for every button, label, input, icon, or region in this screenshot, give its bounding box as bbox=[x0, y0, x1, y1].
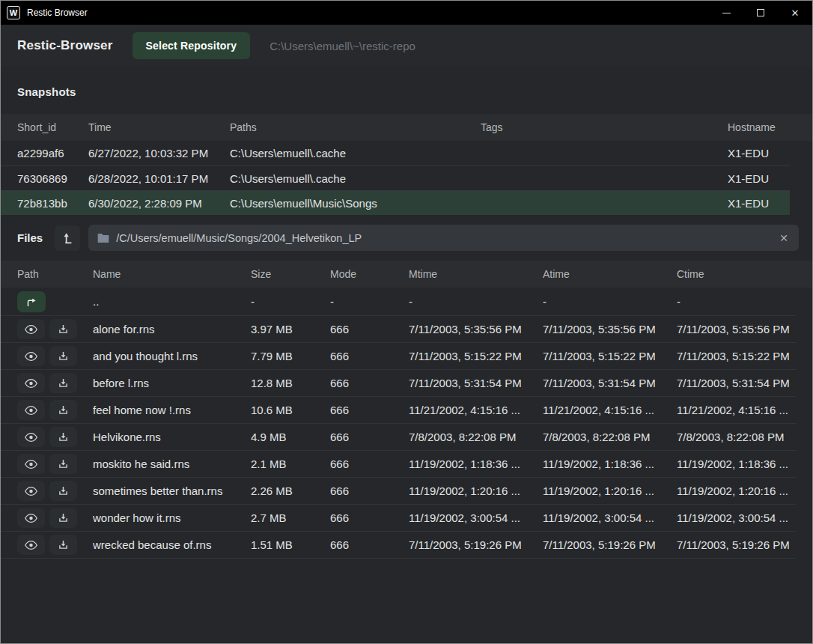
preview-file-button[interactable] bbox=[17, 535, 45, 555]
col-tags: Tags bbox=[481, 121, 728, 133]
snapshot-row[interactable]: 76306869 6/28/2022, 10:01:17 PM C:\Users… bbox=[1, 165, 790, 190]
preview-file-button[interactable] bbox=[17, 319, 45, 339]
col-name: Name bbox=[93, 268, 251, 280]
download-icon bbox=[58, 485, 69, 496]
download-file-button[interactable] bbox=[49, 373, 77, 393]
file-size: 4.9 MB bbox=[251, 431, 330, 443]
preview-file-button[interactable] bbox=[17, 373, 45, 393]
download-file-button[interactable] bbox=[49, 454, 77, 474]
file-mtime: 7/11/2003, 5:15:22 PM bbox=[409, 350, 543, 362]
go-to-root-button[interactable] bbox=[55, 225, 80, 251]
file-name: feel home now !.rns bbox=[93, 404, 251, 416]
wails-logo-icon: W bbox=[7, 6, 20, 19]
eye-icon bbox=[25, 432, 37, 443]
file-name: wonder how it.rns bbox=[93, 511, 251, 524]
folder-icon bbox=[97, 233, 109, 243]
col-atime: Atime bbox=[543, 268, 677, 280]
snapshot-row[interactable]: 72b813bb 6/30/2022, 2:28:09 PM C:\Users\… bbox=[1, 190, 790, 215]
preview-file-button[interactable] bbox=[17, 427, 45, 447]
snapshot-hostname: X1-EDU bbox=[728, 172, 790, 185]
close-icon: ✕ bbox=[791, 7, 800, 19]
preview-file-button[interactable] bbox=[17, 508, 45, 528]
file-atime: 7/11/2003, 5:15:22 PM bbox=[543, 350, 677, 362]
file-size: 12.8 MB bbox=[251, 377, 330, 389]
snapshot-hostname: X1-EDU bbox=[728, 147, 790, 160]
file-actions bbox=[17, 427, 93, 447]
file-mode: 666 bbox=[330, 404, 409, 416]
file-name: alone for.rns bbox=[93, 323, 251, 335]
repository-path: C:\Users\emuell\~\restic-repo bbox=[270, 40, 415, 52]
col-path: Path bbox=[17, 268, 93, 280]
file-mtime: 11/19/2002, 1:18:36 ... bbox=[409, 458, 543, 470]
eye-icon bbox=[25, 351, 37, 362]
file-mode: 666 bbox=[330, 538, 409, 551]
maximize-icon bbox=[757, 9, 764, 16]
col-paths: Paths bbox=[230, 121, 481, 133]
file-mode: 666 bbox=[330, 350, 409, 362]
file-size: 10.6 MB bbox=[251, 404, 330, 416]
close-button[interactable]: ✕ bbox=[778, 1, 812, 25]
download-file-button[interactable] bbox=[49, 346, 77, 366]
file-actions bbox=[17, 319, 93, 339]
file-row[interactable]: before l.rns 12.8 MB 666 7/11/2003, 5:31… bbox=[1, 370, 796, 397]
go-to-parent-button[interactable] bbox=[17, 291, 46, 312]
download-file-button[interactable] bbox=[49, 481, 77, 501]
current-path-input[interactable] bbox=[116, 232, 771, 244]
preview-file-button[interactable] bbox=[17, 346, 45, 366]
file-row[interactable]: wonder how it.rns 2.7 MB 666 11/19/2002,… bbox=[1, 505, 796, 532]
preview-file-button[interactable] bbox=[17, 454, 45, 474]
eye-icon bbox=[25, 324, 37, 335]
col-hostname: Hostname bbox=[728, 121, 812, 133]
snapshot-short-id: a2299af6 bbox=[17, 147, 88, 160]
file-row[interactable]: and you thought l.rns 7.79 MB 666 7/11/2… bbox=[1, 343, 796, 370]
download-file-button[interactable] bbox=[49, 319, 77, 339]
download-icon bbox=[58, 377, 69, 389]
download-file-button[interactable] bbox=[49, 427, 77, 447]
file-mode: 666 bbox=[330, 431, 409, 443]
download-file-button[interactable] bbox=[49, 508, 77, 528]
minimize-button[interactable] bbox=[709, 1, 743, 25]
file-size: 7.79 MB bbox=[251, 350, 330, 362]
preview-file-button[interactable] bbox=[17, 481, 45, 501]
file-atime: 11/21/2002, 4:15:16 ... bbox=[543, 404, 677, 416]
parent-dir-row[interactable]: .. - - - - - bbox=[1, 288, 796, 316]
file-size: 2.1 MB bbox=[251, 458, 330, 470]
content-filler bbox=[1, 559, 812, 643]
preview-file-button[interactable] bbox=[17, 400, 45, 420]
col-time: Time bbox=[88, 121, 230, 133]
select-repository-button[interactable]: Select Repository bbox=[133, 32, 251, 59]
file-ctime: 7/8/2003, 8:22:08 PM bbox=[677, 431, 796, 443]
maximize-button[interactable] bbox=[743, 1, 778, 25]
app-title: Restic-Browser bbox=[17, 38, 113, 53]
download-file-button[interactable] bbox=[49, 400, 77, 420]
file-row[interactable]: Helvikone.rns 4.9 MB 666 7/8/2003, 8:22:… bbox=[1, 424, 796, 451]
download-file-button[interactable] bbox=[49, 535, 77, 555]
snapshot-time: 6/30/2022, 2:28:09 PM bbox=[88, 197, 230, 210]
file-ctime: 11/19/2002, 1:20:16 ... bbox=[677, 484, 796, 497]
file-name: before l.rns bbox=[93, 377, 251, 389]
path-input-container: ✕ bbox=[88, 225, 799, 251]
file-name: wrecked because of.rns bbox=[93, 538, 251, 551]
clear-path-button[interactable]: ✕ bbox=[778, 232, 790, 244]
download-icon bbox=[58, 323, 69, 335]
col-mtime: Mtime bbox=[409, 268, 543, 280]
files-table-header: Path Name Size Mode Mtime Atime Ctime bbox=[1, 261, 812, 288]
file-row[interactable]: moskito he said.rns 2.1 MB 666 11/19/200… bbox=[1, 451, 796, 478]
download-icon bbox=[58, 404, 69, 416]
files-heading: Files bbox=[17, 231, 43, 244]
file-row[interactable]: alone for.rns 3.97 MB 666 7/11/2003, 5:3… bbox=[1, 316, 796, 343]
file-mtime: 11/19/2002, 1:20:16 ... bbox=[409, 484, 543, 497]
file-mtime: 7/11/2003, 5:35:56 PM bbox=[409, 323, 543, 335]
eye-icon bbox=[25, 486, 37, 496]
file-row[interactable]: sometimes better than.rns 2.26 MB 666 11… bbox=[1, 478, 796, 505]
snapshot-row[interactable]: a2299af6 6/27/2022, 10:03:32 PM C:\Users… bbox=[1, 141, 790, 165]
snapshot-time: 6/28/2022, 10:01:17 PM bbox=[88, 172, 230, 185]
file-name: moskito he said.rns bbox=[93, 458, 251, 470]
file-row[interactable]: wrecked because of.rns 1.51 MB 666 7/11/… bbox=[1, 532, 796, 559]
file-mtime: 11/19/2002, 3:00:54 ... bbox=[409, 511, 543, 524]
file-size: 2.26 MB bbox=[251, 484, 330, 497]
snapshot-paths: C:\Users\emuell\.cache bbox=[230, 172, 481, 185]
eye-icon bbox=[25, 405, 37, 416]
file-size: 1.51 MB bbox=[251, 538, 330, 551]
file-row[interactable]: feel home now !.rns 10.6 MB 666 11/21/20… bbox=[1, 397, 796, 424]
